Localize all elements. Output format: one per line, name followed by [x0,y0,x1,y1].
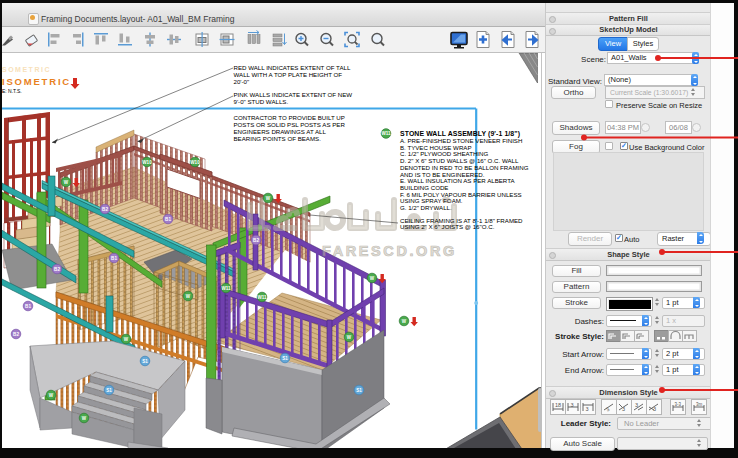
svg-text:W: W [186,294,191,299]
svg-text:B1: B1 [165,217,171,222]
svg-text:9'-0" STUD WALLS.: 9'-0" STUD WALLS. [234,98,289,105]
svg-text:3-3: 3-3 [675,402,682,407]
svg-text:B1: B1 [25,304,31,309]
svg-text:W: W [266,196,271,201]
svg-text:W: W [402,319,407,324]
svg-text:W: W [82,416,87,421]
svg-text:W11: W11 [221,286,231,291]
svg-text:S1: S1 [106,388,112,393]
svg-text:W: W [64,180,69,185]
svg-text:SOMETRIC: SOMETRIC [2,66,51,73]
svg-text:W: W [347,335,352,340]
svg-text:PINK WALLS INDICATE EXTENT OF: PINK WALLS INDICATE EXTENT OF NEW [234,91,353,98]
svg-text:B1: B1 [111,256,117,261]
svg-text:CONTRACTOR TO PROVIDE BUILT UP: CONTRACTOR TO PROVIDE BUILT UP [234,114,345,121]
svg-text:BEARING POINTS OF BEAMS.: BEARING POINTS OF BEAMS. [234,135,322,142]
svg-text:ISOMETRIC: ISOMETRIC [2,76,71,87]
svg-text:18: 18 [555,402,561,408]
svg-text:E: N.T.S.: E: N.T.S. [2,88,22,94]
svg-text:W: W [49,393,54,398]
svg-text:B2: B2 [13,332,19,337]
svg-text:3: 3 [622,406,625,412]
svg-text:WALL WITH A TOP PLATE HEIGHT O: WALL WITH A TOP PLATE HEIGHT OF [234,71,343,78]
svg-text:RED WALL INDICATES EXTENT OF T: RED WALL INDICATES EXTENT OF TALL [234,64,351,71]
svg-text:USING 2" X 6" JOISTS @ 16"O.C.: USING 2" X 6" JOISTS @ 16"O.C. [400,223,495,230]
svg-text:ENGINEERS DRAWINGS AT ALL: ENGINEERS DRAWINGS AT ALL [234,128,327,135]
svg-text:3m: 3m [696,402,703,407]
svg-text:W11: W11 [257,295,267,300]
svg-text:W: W [124,337,129,342]
svg-text:3: 3 [586,406,589,412]
svg-text:3: 3 [571,402,574,408]
svg-text:W: W [370,276,375,281]
svg-text:W10: W10 [190,160,200,165]
svg-text:B2: B2 [253,238,259,243]
svg-text:B2: B2 [54,267,60,272]
svg-text:G. 1/2" DRYWALL.: G. 1/2" DRYWALL. [400,204,452,211]
svg-text:W10: W10 [142,160,152,165]
svg-text:20'-0": 20'-0" [234,78,250,85]
svg-text:B2: B2 [102,207,108,212]
svg-text:POSTS OR SOLID PSL POSTS AS PE: POSTS OR SOLID PSL POSTS AS PER [234,121,346,128]
svg-text:S1: S1 [356,388,362,393]
svg-text:3: 3 [653,406,656,412]
svg-text:W11: W11 [381,131,391,136]
svg-text:3: 3 [635,402,638,408]
svg-text:S1: S1 [282,356,288,361]
svg-text:FARESCD.ORG: FARESCD.ORG [322,243,457,259]
svg-text:S1: S1 [142,359,148,364]
